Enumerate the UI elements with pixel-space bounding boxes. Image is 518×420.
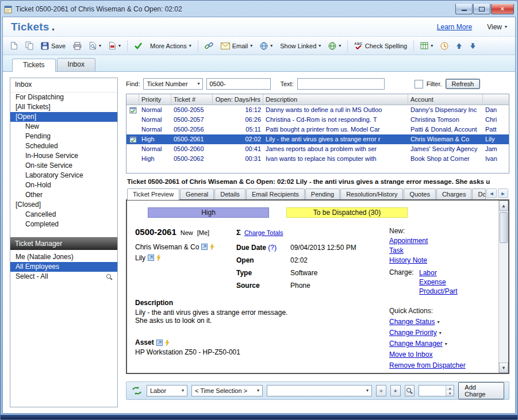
spin-down-icon[interactable]: ▼ [446, 391, 454, 396]
table-row[interactable]: High 0500-2062 00:31 Ivan wants to repla… [126, 154, 509, 164]
browse-button[interactable]: ▾ [325, 40, 344, 52]
sidebar-item-on-hold[interactable]: On-Hold [10, 180, 117, 190]
sidebar-item-other[interactable]: Other [10, 190, 117, 200]
header-icon-column[interactable] [126, 94, 139, 105]
sidebar-item-in-house-service[interactable]: In-House Service [10, 151, 117, 161]
new-task-link[interactable]: Task [389, 246, 404, 255]
charge-type-select[interactable]: Labor ▾ [147, 385, 187, 396]
timer-button[interactable] [438, 40, 451, 52]
preview-scrollbar[interactable]: ▲ ▼ [498, 201, 508, 373]
table-row-selected[interactable]: High 0500-2061 02:02 Lily - the anti vir… [126, 134, 509, 144]
scroll-up-icon[interactable]: ▲ [499, 201, 508, 211]
check-spelling-button[interactable]: ABC Check Spelling [351, 40, 410, 52]
sidebar-item-all-employees[interactable]: All Employees [10, 262, 117, 272]
time-selection-select[interactable]: < Time Selection > ▾ [191, 385, 263, 396]
item-combobox[interactable]: ▾ [267, 385, 372, 396]
tab-details[interactable]: Details [214, 188, 245, 199]
add-item-button[interactable]: + [390, 385, 401, 396]
learn-more-link[interactable]: Learn More [437, 23, 472, 31]
show-linked-button[interactable]: Show Linked ▾ [277, 40, 324, 52]
sidebar-item-closed[interactable]: [Closed] [10, 200, 117, 210]
close-button[interactable]: ✕ [491, 4, 514, 14]
email-button[interactable]: Email ▾ [218, 40, 256, 52]
change-status-link[interactable]: Change Status [389, 318, 435, 326]
tab-charges[interactable]: Charges [436, 188, 472, 199]
copy-button[interactable] [22, 39, 36, 52]
sidebar-item-cancelled[interactable]: Cancelled [10, 210, 117, 219]
move-to-inbox-link[interactable]: Move to Inbox [389, 350, 432, 359]
header-priority[interactable]: Priority [139, 94, 171, 105]
scroll-down-icon[interactable]: ▼ [499, 363, 508, 373]
new-document-button[interactable] [7, 39, 21, 52]
sidebar-item-for-dispatching[interactable]: For Dispatching [10, 93, 117, 102]
header-ticket[interactable]: Ticket # [171, 94, 213, 105]
spin-up-icon[interactable]: ▲ [446, 386, 454, 391]
tab-scroll-right-icon[interactable]: ► [498, 188, 508, 198]
remove-from-dispatcher-link[interactable]: Remove from Dispatcher [389, 361, 466, 370]
print-preview-button[interactable]: ▾ [86, 39, 104, 52]
new-history-note-link[interactable]: History Note [389, 256, 427, 265]
more-actions-button[interactable]: More Actions ▾ [147, 40, 194, 52]
tab-general[interactable]: General [180, 188, 214, 199]
table-row[interactable]: Normal 0500-2057 06:26 Christina - Cd-Ro… [126, 115, 509, 125]
find-field-select[interactable]: Ticket Number ▾ [143, 78, 203, 90]
tab-resolution-history[interactable]: Resolution/History [340, 188, 403, 199]
contact-quick-action-icon[interactable] [156, 255, 161, 261]
quantity-stepper[interactable]: ▲ ▼ [419, 385, 454, 396]
tab-pending[interactable]: Pending [305, 188, 340, 199]
header-description[interactable]: Description [263, 94, 408, 105]
sidebar-item-pending[interactable]: Pending [10, 132, 117, 141]
charge-labor-link[interactable]: Labor [419, 269, 437, 278]
previous-record-button[interactable] [453, 40, 465, 52]
account-quick-action-icon[interactable] [210, 244, 214, 250]
sidebar-item-all-tickets[interactable]: [All Tickets] [10, 102, 117, 112]
charge-totals-link[interactable]: Charge Totals [244, 229, 283, 236]
open-account-icon[interactable] [201, 244, 208, 250]
change-priority-link[interactable]: Change Priority [389, 329, 437, 337]
open-contact-icon[interactable] [148, 255, 154, 261]
tab-ticket-preview[interactable]: Ticket Preview [127, 188, 179, 200]
due-date-help-link[interactable]: (?) [268, 244, 277, 252]
open-asset-icon[interactable] [156, 340, 163, 346]
view-menu-button[interactable]: View ▾ [487, 23, 507, 31]
sidebar-item-on-site-service[interactable]: On-site Service [10, 161, 117, 171]
scrollbar-track[interactable] [499, 211, 508, 363]
sidebar-item-open[interactable]: [Open] [10, 112, 117, 122]
link-button[interactable] [202, 40, 216, 52]
quantity-input[interactable] [419, 386, 446, 396]
minimize-button[interactable] [455, 4, 473, 14]
tab-scroll-left-icon[interactable]: ◄ [486, 188, 497, 198]
refresh-button[interactable]: Refresh [446, 79, 481, 89]
header-contact[interactable] [483, 94, 509, 105]
lookup-button[interactable] [405, 385, 415, 396]
maximize-button[interactable] [473, 4, 490, 14]
sidebar-item-scheduled[interactable]: Scheduled [10, 141, 117, 151]
tab-tickets[interactable]: Tickets [12, 59, 56, 72]
sidebar-item-select-all[interactable]: Select - All [10, 272, 117, 282]
filter-checkbox[interactable] [415, 80, 423, 88]
change-manager-link[interactable]: Change Manager [389, 340, 443, 348]
table-row[interactable]: Normal 0500-2060 00:41 James reports abo… [126, 144, 509, 154]
charge-expense-link[interactable]: Expense [419, 278, 446, 287]
tab-quotes[interactable]: Quotes [404, 188, 435, 199]
divide-button[interactable]: ÷ [376, 385, 386, 396]
export-pdf-button[interactable]: ▾ [106, 39, 124, 52]
sidebar-item-new[interactable]: New [10, 122, 117, 132]
find-value-input[interactable] [206, 78, 271, 90]
print-button[interactable] [70, 40, 85, 52]
new-appointment-link[interactable]: Appointment [389, 237, 428, 245]
add-charge-button[interactable]: Add Charge [458, 382, 504, 399]
header-open[interactable]: Open: Days/Hrs [213, 94, 263, 105]
tab-inbox[interactable]: Inbox [57, 58, 95, 71]
complete-button[interactable] [131, 40, 145, 52]
sidebar-item-laboratory-service[interactable]: Laboratory Service [10, 171, 117, 180]
page-title-caret-icon[interactable]: ▾ [52, 28, 55, 32]
web-button[interactable]: ▾ [257, 40, 275, 52]
tab-email-recipients[interactable]: Email Recipients [246, 188, 305, 199]
sidebar-item-completed[interactable]: Completed [10, 219, 117, 229]
text-search-input[interactable] [297, 78, 385, 90]
next-record-button[interactable] [467, 40, 479, 52]
table-row[interactable]: Normal 0500-2056 05:11 Patti bought a pr… [126, 125, 509, 134]
save-button[interactable]: Save [38, 40, 68, 52]
header-account[interactable]: Account [408, 94, 483, 105]
